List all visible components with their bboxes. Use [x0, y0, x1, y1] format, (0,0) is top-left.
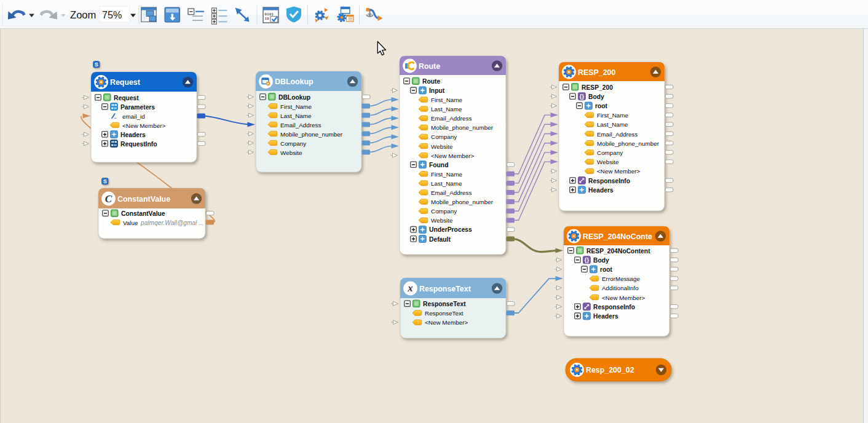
svg-text:Default: Default [429, 236, 451, 243]
svg-text:First_Name: First_Name [280, 103, 312, 110]
svg-text:DBLookup: DBLookup [275, 77, 314, 86]
svg-text:<New Member>: <New Member> [597, 168, 640, 175]
svg-text:<New Member>: <New Member> [431, 152, 474, 159]
svg-text:10: 10 [265, 17, 270, 21]
svg-text:ConstantValue: ConstantValue [117, 195, 170, 204]
svg-text:DBLookup: DBLookup [278, 94, 310, 101]
svg-text:Company: Company [431, 208, 457, 215]
svg-text:Mobile_phone_number: Mobile_phone_number [431, 199, 494, 205]
svg-text:Found: Found [429, 162, 448, 168]
svg-text:RESP_204NoContent: RESP_204NoContent [586, 248, 650, 255]
svg-text:ResponseInfo: ResponseInfo [588, 178, 630, 184]
svg-text:ResponseText: ResponseText [425, 310, 464, 317]
svg-text:Headers: Headers [593, 313, 618, 320]
svg-text:Zoom: Zoom [70, 9, 96, 21]
svg-text:Value: Value [123, 219, 138, 226]
svg-text:email_id: email_id [122, 113, 145, 120]
svg-text:palmqer.Wall@gmal ...: palmqer.Wall@gmal ... [140, 219, 204, 226]
svg-text:Last_Name: Last_Name [597, 121, 628, 128]
svg-text:75%: 75% [102, 9, 122, 20]
svg-text:Request: Request [114, 95, 139, 101]
svg-text:Last_Name: Last_Name [431, 106, 462, 113]
svg-text:First_Name: First_Name [431, 171, 463, 178]
svg-text:Website: Website [431, 217, 453, 224]
svg-text:RESP_204NoConte: RESP_204NoConte [583, 232, 652, 241]
svg-text:Company: Company [597, 149, 623, 156]
svg-text:Company: Company [280, 140, 306, 147]
svg-text:ErrorMessage: ErrorMessage [602, 275, 641, 282]
svg-text:Last_Name: Last_Name [431, 180, 462, 187]
svg-text:ResponseText: ResponseText [423, 301, 466, 307]
svg-text:First_Name: First_Name [597, 112, 629, 119]
svg-text:Company: Company [431, 133, 457, 140]
svg-text:Website: Website [280, 149, 302, 156]
svg-text:<New Member>: <New Member> [122, 122, 165, 129]
svg-text:Body: Body [593, 257, 609, 264]
svg-text:ResponseText: ResponseText [419, 285, 471, 293]
svg-text:Website: Website [597, 159, 619, 165]
svg-text:RESP_200: RESP_200 [578, 68, 615, 77]
svg-text:Email_Address: Email_Address [280, 122, 321, 128]
svg-text:Input: Input [429, 87, 445, 94]
svg-text:Mobile_phone_number: Mobile_phone_number [431, 124, 494, 131]
svg-text:S: S [103, 178, 107, 184]
svg-text:S: S [95, 61, 98, 68]
svg-text:Resp_200_02: Resp_200_02 [586, 366, 634, 374]
svg-text:x: x [408, 283, 413, 293]
svg-text:Last_Name: Last_Name [280, 113, 312, 119]
svg-text:Headers: Headers [120, 132, 146, 138]
svg-text:ResponseInfo: ResponseInfo [593, 304, 635, 310]
svg-text:RESP_200: RESP_200 [582, 84, 613, 91]
svg-text:AdditionalInfo: AdditionalInfo [602, 285, 639, 291]
svg-text:Route: Route [419, 62, 440, 71]
svg-text:Request: Request [110, 78, 140, 87]
svg-text:UnderProcess: UnderProcess [429, 226, 472, 233]
svg-text:Email_Address: Email_Address [431, 189, 471, 196]
svg-text:root: root [595, 103, 608, 109]
svg-text:Parameters: Parameters [120, 104, 155, 111]
svg-text:Mobile_phone_number: Mobile_phone_number [597, 140, 660, 147]
svg-text:Email_Address: Email_Address [597, 131, 637, 138]
svg-text:Body: Body [588, 93, 604, 100]
svg-text:Headers: Headers [588, 187, 614, 194]
svg-text:C: C [105, 193, 112, 205]
svg-text:Email_Address: Email_Address [431, 115, 471, 122]
svg-text:First_Name: First_Name [431, 97, 463, 103]
svg-text:<New Member>: <New Member> [602, 295, 645, 301]
svg-text:Mobile_phone_number: Mobile_phone_number [280, 131, 343, 138]
svg-text:Route: Route [422, 78, 440, 85]
svg-text:root: root [600, 266, 613, 273]
svg-text:0101: 0101 [265, 12, 274, 17]
svg-text:Website: Website [431, 143, 453, 150]
svg-text:<New Member>: <New Member> [425, 319, 468, 326]
svg-text:RequestInfo: RequestInfo [120, 141, 157, 148]
svg-text:ConstantValue: ConstantValue [121, 210, 165, 217]
